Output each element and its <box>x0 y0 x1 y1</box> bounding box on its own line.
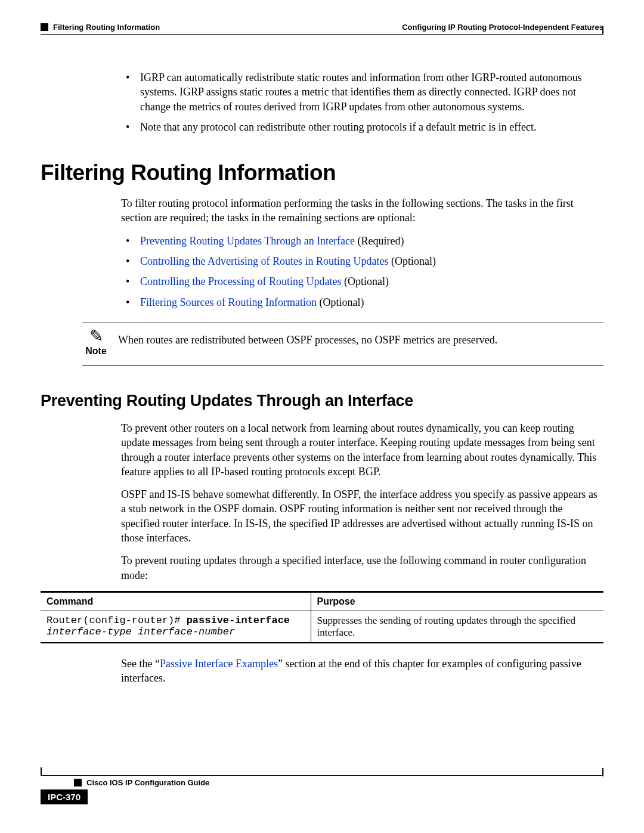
table-header-command: Command <box>41 592 311 611</box>
footer-row: Cisco IOS IP Configuration Guide <box>41 778 603 787</box>
intro-bullet: IGRP can automatically redistribute stat… <box>140 70 603 114</box>
cmd-prefix: Router(config-router)# <box>47 615 187 626</box>
intro-bullet: Note that any protocol can redistribute … <box>140 120 603 134</box>
task-suffix: (Optional) <box>341 275 388 287</box>
note-label: Note <box>82 346 110 357</box>
header-square-icon <box>41 23 48 31</box>
section-intro: To filter routing protocol information p… <box>121 196 603 225</box>
task-suffix: (Optional) <box>388 255 435 267</box>
note-text: When routes are redistributed between OS… <box>118 323 603 347</box>
task-suffix: (Required) <box>355 235 404 247</box>
subsection-para: To prevent routing updates through a spe… <box>121 553 603 583</box>
running-header: Filtering Routing Information Configurin… <box>41 23 603 32</box>
header-left: Filtering Routing Information <box>41 23 160 32</box>
cmd-args: interface-type interface-number <box>47 626 235 637</box>
subsection-para: To prevent other routers on a local netw… <box>121 421 603 479</box>
closing-pre: See the “ <box>121 658 160 670</box>
command-cell: Router(config-router)# passive-interface… <box>41 611 311 643</box>
task-item: Filtering Sources of Routing Information… <box>140 295 603 309</box>
task-link[interactable]: Controlling the Advertising of Routes in… <box>140 255 388 267</box>
footer-rule <box>41 775 603 776</box>
purpose-cell: Suppresses the sending of routing update… <box>311 611 603 643</box>
cmd-keyword: passive-interface <box>187 615 290 626</box>
intro-bullet-list: IGRP can automatically redistribute stat… <box>121 70 603 134</box>
pencil-icon: ✎ <box>82 328 110 345</box>
header-rule <box>41 34 603 35</box>
table-row: Router(config-router)# passive-interface… <box>41 611 603 643</box>
header-tick-icon <box>602 26 603 35</box>
footer-tick-icon <box>602 768 603 776</box>
task-link[interactable]: Preventing Routing Updates Through an In… <box>140 235 355 247</box>
task-item: Controlling the Advertising of Routes in… <box>140 254 603 268</box>
note-block: ✎ Note When routes are redistributed bet… <box>82 323 603 366</box>
footer-guide-title: Cisco IOS IP Configuration Guide <box>86 778 209 787</box>
running-footer: Cisco IOS IP Configuration Guide IPC-370 <box>41 775 603 804</box>
task-item: Controlling the Processing of Routing Up… <box>140 274 603 289</box>
task-suffix: (Optional) <box>317 296 364 308</box>
table-header-purpose: Purpose <box>311 592 603 611</box>
task-item: Preventing Routing Updates Through an In… <box>140 234 603 248</box>
section-heading: Filtering Routing Information <box>41 160 603 185</box>
subsection-para: OSPF and IS-IS behave somewhat different… <box>121 487 603 545</box>
header-breadcrumb-right: Configuring IP Routing Protocol-Independ… <box>402 23 603 32</box>
task-list: Preventing Routing Updates Through an In… <box>121 234 603 309</box>
subsection-heading: Preventing Routing Updates Through an In… <box>41 392 603 410</box>
page-number-badge: IPC-370 <box>41 789 88 804</box>
closing-paragraph: See the “Passive Interface Examples” sec… <box>121 657 603 686</box>
header-breadcrumb-left: Filtering Routing Information <box>53 23 160 32</box>
footer-tick-icon <box>41 767 42 776</box>
page-content: IGRP can automatically redistribute stat… <box>121 70 603 686</box>
footer-square-icon <box>74 779 82 786</box>
closing-link[interactable]: Passive Interface Examples <box>160 658 278 670</box>
task-link[interactable]: Filtering Sources of Routing Information <box>140 296 317 308</box>
note-icon-column: ✎ Note <box>82 323 110 357</box>
command-table: Command Purpose Router(config-router)# p… <box>41 591 603 643</box>
task-link[interactable]: Controlling the Processing of Routing Up… <box>140 275 341 287</box>
